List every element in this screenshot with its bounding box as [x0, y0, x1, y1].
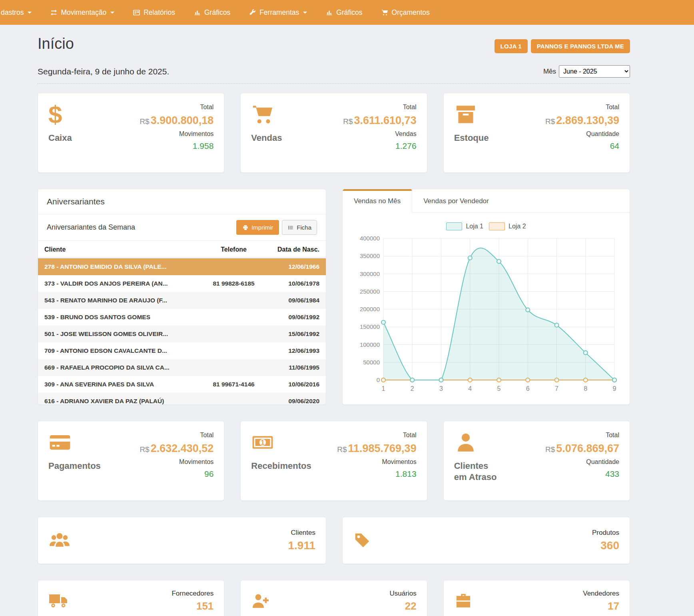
legend-label: Loja 1	[466, 223, 483, 230]
count-label: Movimentos	[337, 458, 416, 466]
birthdays-title: Aniversariantes	[38, 189, 326, 214]
stat-card-label: Recebimentos	[251, 460, 299, 472]
table-row[interactable]: 709 - ANTONIO EDSON CAVALCANTE D...12/06…	[38, 342, 326, 359]
table-row[interactable]: 278 - ANTONIO EMIDIO DA SILVA (PALE...12…	[38, 258, 326, 275]
tab-vendas-por-vendedor[interactable]: Vendas por Vendedor	[412, 189, 500, 212]
sales-chart-card: Vendas no Mês Vendas por Vendedor Loja 1…	[342, 189, 630, 405]
stat-card-label: Vendas	[251, 132, 282, 144]
nav-item-movimentacao[interactable]: Movimentação	[41, 0, 124, 25]
cell-nasc: 09/06/1984	[268, 292, 326, 309]
stat-card-label: Clientes em Atraso	[454, 460, 502, 482]
table-row[interactable]: 669 - RAFAELA PROCOPIO DA SILVA CA...11/…	[38, 359, 326, 376]
nav-item-graficos[interactable]: Gráficos	[184, 0, 239, 25]
cell-telefone	[199, 393, 268, 405]
currency-prefix: R$	[343, 117, 353, 126]
tab-vendas-no-mes[interactable]: Vendas no Mês	[343, 189, 412, 213]
legend-swatch-loja1	[446, 222, 462, 230]
currency-prefix: R$	[140, 117, 149, 126]
nav-item-label: dastros	[1, 8, 24, 17]
cell-telefone	[199, 359, 268, 376]
currency-prefix: R$	[545, 117, 555, 126]
truck-icon	[48, 592, 69, 610]
printer-icon	[242, 224, 249, 231]
total-label: Total	[140, 104, 213, 111]
mini-card-label: Fornecedores	[172, 590, 213, 598]
cell-cliente: 616 - ADRIANO XAVIER DA PAZ (PALAÚ)	[38, 393, 199, 405]
month-select[interactable]: June - 2025	[559, 65, 630, 78]
people-icon	[48, 530, 71, 551]
ficha-button[interactable]: Ficha	[282, 220, 317, 235]
legend-item-loja1[interactable]: Loja 1	[446, 222, 483, 230]
svg-text:2: 2	[411, 385, 414, 392]
company-button[interactable]: PANNOS E PANNOS LTDA ME	[531, 39, 630, 53]
currency-prefix: R$	[545, 445, 555, 454]
mini-card-usuarios: Usuários 22	[240, 580, 427, 616]
cell-nasc: 09/06/2020	[268, 393, 326, 405]
legend-item-loja2[interactable]: Loja 2	[489, 222, 526, 230]
total-value: R$2.632.430,52	[140, 442, 213, 455]
cell-telefone: 81 99671-4146	[199, 376, 268, 393]
page-title: Início	[38, 35, 74, 52]
birthdays-table: Cliente Telefone Data de Nasc. 278 - ANT…	[38, 241, 326, 405]
table-row[interactable]: 501 - JOSE WELISSON GOMES OLIVEIR...15/0…	[38, 326, 326, 342]
mini-card-label: Clientes	[288, 529, 315, 537]
column-header-cliente: Cliente	[38, 241, 199, 258]
bar-chart-icon	[325, 9, 333, 16]
caret-down-icon	[28, 12, 32, 14]
svg-text:8: 8	[584, 385, 587, 392]
count-value: 1.958	[140, 141, 213, 151]
cell-nasc: 10/06/2016	[268, 376, 326, 393]
total-label: Total	[343, 104, 416, 111]
mini-card-clientes: Clientes 1.911	[38, 517, 326, 564]
stat-card-label: Caixa	[48, 132, 72, 144]
column-header-telefone: Telefone	[199, 241, 268, 258]
cell-nasc: 15/06/1992	[268, 326, 326, 342]
exchange-icon	[50, 9, 58, 16]
stat-card-vendas: Vendas Total R$3.611.610,73 Vendas 1.276	[240, 93, 427, 173]
print-button[interactable]: Imprimir	[236, 220, 279, 235]
mini-card-vendedores: Vendedores 17	[443, 580, 630, 616]
credit-card-icon	[48, 431, 72, 454]
banknote-icon: 1	[251, 431, 274, 454]
ficha-button-label: Ficha	[297, 224, 311, 231]
nav-item-label: Orçamentos	[392, 8, 430, 17]
cell-cliente: 709 - ANTONIO EDSON CAVALCANTE D...	[38, 342, 199, 359]
table-row[interactable]: 539 - BRUNO DOS SANTOS GOMES09/06/1992	[38, 309, 326, 326]
legend-swatch-loja2	[489, 222, 505, 230]
table-row[interactable]: 543 - RENATO MARINHO DE ARAUJO (F...09/0…	[38, 292, 326, 309]
cart-icon	[381, 9, 389, 16]
caret-down-icon	[110, 12, 114, 14]
cell-cliente: 278 - ANTONIO EMIDIO DA SILVA (PALE...	[38, 258, 199, 275]
svg-text:100000: 100000	[360, 341, 380, 348]
count-value: 1.813	[337, 469, 416, 479]
mini-card-value: 17	[583, 600, 619, 612]
count-value: 1.276	[343, 141, 416, 151]
cell-telefone	[199, 258, 268, 275]
count-value: 96	[140, 469, 213, 479]
nav-item-cadastros[interactable]: dastros	[0, 0, 41, 25]
nav-item-relatorios[interactable]: Relatórios	[124, 0, 184, 25]
cell-cliente: 669 - RAFAELA PROCOPIO DA SILVA CA...	[38, 359, 199, 376]
mini-card-value: 151	[172, 600, 213, 612]
svg-text:200000: 200000	[360, 306, 380, 312]
person-plus-icon	[251, 592, 270, 610]
table-row[interactable]: 616 - ADRIANO XAVIER DA PAZ (PALAÚ)09/06…	[38, 393, 326, 405]
amount: 11.985.769,39	[348, 442, 416, 454]
caret-down-icon	[303, 12, 307, 14]
bar-chart-icon	[193, 9, 201, 16]
table-row[interactable]: 309 - ANA SEVERINA PAES DA SILVA81 99671…	[38, 376, 326, 393]
table-row[interactable]: 373 - VALDIR DOS ANJOS PEREIRA (AN...81 …	[38, 275, 326, 292]
cell-telefone: 81 99828-6185	[199, 275, 268, 292]
svg-text:5: 5	[497, 385, 501, 392]
nav-item-orcamentos[interactable]: Orçamentos	[372, 0, 439, 25]
nav-item-ferramentas[interactable]: Ferramentas	[239, 0, 316, 25]
mini-card-value: 22	[390, 600, 417, 612]
mini-card-value: 1.911	[288, 539, 315, 552]
total-value: R$2.869.130,39	[545, 114, 619, 127]
count-label: Movimentos	[140, 130, 213, 138]
person-icon	[454, 431, 477, 454]
nav-item-graficos-2[interactable]: Gráficos	[316, 0, 371, 25]
birthdays-card: Aniversariantes Aniversariantes da Seman…	[38, 189, 326, 405]
store-button[interactable]: LOJA 1	[495, 39, 528, 53]
svg-text:250000: 250000	[360, 288, 380, 295]
